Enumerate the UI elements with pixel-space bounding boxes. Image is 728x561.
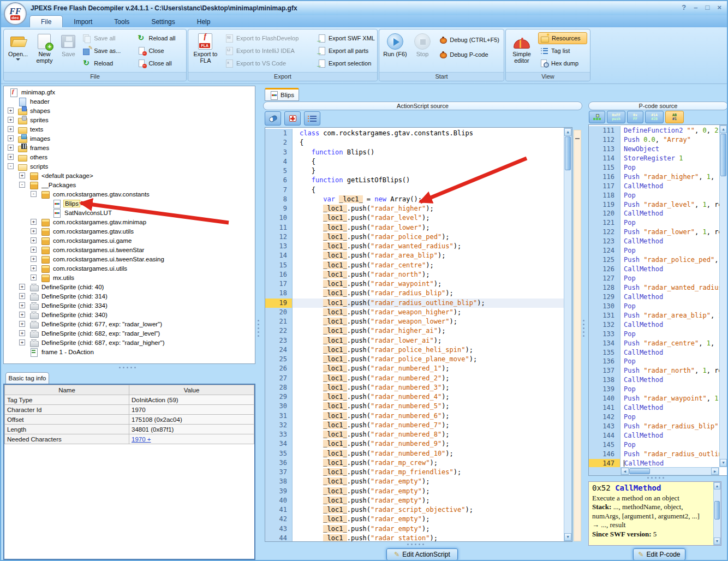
pcode-text[interactable]: Pop <box>620 330 719 339</box>
run-button[interactable]: Run (F6) <box>381 31 409 71</box>
pcode-line[interactable]: 146Push "radar_radius_outlin <box>589 450 719 459</box>
code-line[interactable]: 43 _loc1_.push("radar_empty"); <box>265 524 564 534</box>
code-line[interactable]: 22 _loc1_.push("radar_higher_ai"); <box>265 326 564 336</box>
pcode-line[interactable]: 147CallMethod <box>589 459 719 467</box>
needed-characters-link[interactable]: 1970 + <box>132 436 151 443</box>
pcode-text[interactable]: Push "radar_area_blip", 1 <box>620 311 719 320</box>
code-text[interactable]: _loc1_.push("radar_lower"); <box>293 223 564 232</box>
pcode-line[interactable]: 127Pop <box>589 274 719 283</box>
pcode-resolve-constants-button[interactable]: AB#1 <box>665 111 684 123</box>
code-text[interactable]: _loc1_.push("radar_numbered_1"); <box>293 364 564 373</box>
pcode-text[interactable]: CallMethod <box>620 375 719 385</box>
code-line[interactable]: 37 _loc1_.push("radar_mp_friendlies"); <box>265 468 564 477</box>
menu-tab-import[interactable]: Import <box>63 16 103 27</box>
export-intellij-button[interactable]: Export to IntelliJ IDEA <box>223 45 312 57</box>
scroll-left-icon[interactable]: ◀ <box>621 468 629 475</box>
expand-icon[interactable]: + <box>8 145 14 151</box>
actionscript-vertical-scrollbar[interactable]: ▲ ▼ <box>564 128 572 541</box>
debug-button[interactable]: Debug (CTRL+F5) <box>437 34 501 46</box>
pcode-hex-button[interactable]: 0xFF <box>627 111 643 123</box>
pcode-horizontal-scrollbar[interactable]: ◀ ▶ <box>620 467 719 475</box>
expand-icon[interactable]: + <box>19 312 25 318</box>
expand-icon[interactable]: + <box>31 219 37 225</box>
close-icon[interactable]: × <box>717 3 721 12</box>
save-all-button[interactable]: Save all <box>81 32 132 44</box>
scrollbar-thumb[interactable] <box>565 136 571 170</box>
expand-icon[interactable]: + <box>31 247 37 253</box>
menu-tab-file[interactable]: File <box>29 15 63 27</box>
export-swf-xml-button[interactable]: Export SWF XML <box>315 32 374 44</box>
tree-item[interactable]: +DefineSprite (chid: 682, exp: "radar_le… <box>4 329 255 338</box>
pcode-text[interactable]: Push "radar_police_ped", <box>620 255 719 265</box>
code-line[interactable]: 15 _loc1_.push("radar_centre"); <box>265 261 564 270</box>
collapse-icon[interactable]: - <box>31 191 37 197</box>
pcode-line[interactable]: 132CallMethod <box>589 320 719 330</box>
pcode-listing[interactable]: 111DefineFunction2 "", 0, 2, 112Push 0.0… <box>589 125 719 467</box>
doc-vertical-scrollbar[interactable]: ▲ ▼ <box>713 482 721 545</box>
code-text[interactable]: var _loc1_ = new Array(); <box>293 195 564 204</box>
pcode-offsets-button[interactable]: #1A#2B <box>645 111 664 123</box>
pcode-text[interactable]: Push "radar_north", 1, re <box>620 366 719 375</box>
pcode-line[interactable]: 119Push "radar_level", 1, re <box>589 200 719 210</box>
code-text[interactable]: _loc1_.push("radar_weapon_lower"); <box>293 317 564 326</box>
splitter-handle[interactable] <box>647 477 664 479</box>
save-as-button[interactable]: Save as... <box>81 45 132 57</box>
pcode-line[interactable]: 125Push "radar_police_ped", <box>589 255 719 265</box>
code-line[interactable]: 42 _loc1_.push("radar_empty"); <box>265 515 564 524</box>
pcode-text[interactable]: Pop <box>620 274 719 283</box>
pcode-text[interactable]: CallMethod <box>620 265 719 274</box>
pcode-text[interactable]: Pop <box>620 357 719 366</box>
code-text[interactable]: _loc1_.push("radar_numbered_9"); <box>293 439 564 449</box>
code-text[interactable]: } <box>293 166 564 176</box>
pcode-vertical-scrollbar[interactable]: ▲ ▼ <box>719 125 727 467</box>
pcode-text[interactable]: Pop <box>620 385 719 394</box>
tree-item[interactable]: +shapes <box>4 106 255 115</box>
close-all-button[interactable]: Close all <box>136 57 183 69</box>
code-line[interactable]: 31 _loc1_.push("radar_numbered_6"); <box>265 411 564 421</box>
code-text[interactable]: _loc1_.push("radar_mp_friendlies"); <box>293 468 564 477</box>
code-line[interactable]: 2{ <box>265 138 564 147</box>
tree-item[interactable]: -com.rockstargames.gtav.constants <box>4 189 255 199</box>
help-icon[interactable]: ? <box>682 3 686 12</box>
code-text[interactable]: _loc1_.push("radar_numbered_5"); <box>293 402 564 411</box>
menu-tab-help[interactable]: Help <box>186 16 222 27</box>
pcode-line[interactable]: 114StoreRegister 1 <box>589 154 719 163</box>
edit-pcode-button[interactable]: ✎ Edit P-code <box>633 548 685 560</box>
code-text[interactable]: _loc1_.push("radar_higher_ai"); <box>293 326 564 336</box>
hex-dump-button[interactable]: Hex dump <box>538 57 587 69</box>
expand-icon[interactable]: + <box>31 274 37 280</box>
close-button[interactable]: Close <box>136 45 183 57</box>
pcode-text[interactable]: Push "radar_radius_blip", <box>620 422 719 431</box>
code-text[interactable]: _loc1_.push("radar_radius_outline_blip")… <box>293 299 564 308</box>
pcode-text[interactable]: CallMethod <box>620 348 719 357</box>
debug-pcode-button[interactable]: Debug P-code <box>437 49 501 61</box>
code-line[interactable]: 25 _loc1_.push("radar_police_plane_move"… <box>265 355 564 364</box>
code-text[interactable]: function Blips() <box>293 148 564 157</box>
scroll-right-icon[interactable]: ▶ <box>711 468 719 475</box>
scroll-up-icon[interactable]: ▲ <box>720 126 727 133</box>
scrollbar-thumb[interactable] <box>720 134 726 176</box>
pcode-text[interactable]: StoreRegister 1 <box>620 154 719 163</box>
edit-actionscript-button[interactable]: ✎ Edit ActionScript <box>386 548 458 560</box>
code-text[interactable]: _loc1_.push("radar_numbered_10"); <box>293 449 564 458</box>
tree-item[interactable]: frame 1 - DoAction <box>4 347 255 356</box>
code-line[interactable]: 39 _loc1_.push("radar_empty"); <box>265 487 564 496</box>
code-line[interactable]: 5 } <box>265 166 564 176</box>
tree-item[interactable]: +com.rockstargames.ui.tweenStar <box>4 245 255 254</box>
code-line[interactable]: 28 _loc1_.push("radar_numbered_3"); <box>265 383 564 392</box>
tag-list-button[interactable]: Tag list <box>538 45 587 57</box>
expand-icon[interactable]: + <box>8 108 14 114</box>
pcode-text[interactable]: CallMethod <box>620 237 719 246</box>
code-text[interactable]: _loc1_.push("radar_police_heli_spin"); <box>293 345 564 355</box>
code-line[interactable]: 40 _loc1_.push("radar_empty"); <box>265 496 564 505</box>
expand-icon[interactable]: + <box>19 339 25 345</box>
code-line[interactable]: 9 _loc1_.push("radar_higher"); <box>265 204 564 213</box>
simple-editor-button[interactable]: Simple editor <box>508 31 536 71</box>
tree-item[interactable]: header <box>4 97 255 106</box>
code-line[interactable]: 12 _loc1_.push("radar_police_ped"); <box>265 232 564 242</box>
pcode-text[interactable]: CallMethod <box>620 209 719 218</box>
pcode-line[interactable]: 136Pop <box>589 357 719 366</box>
pcode-text[interactable]: CallMethod <box>620 403 719 413</box>
code-text[interactable]: _loc1_.push("radar_empty"); <box>293 487 564 496</box>
expand-icon[interactable]: + <box>31 228 37 234</box>
